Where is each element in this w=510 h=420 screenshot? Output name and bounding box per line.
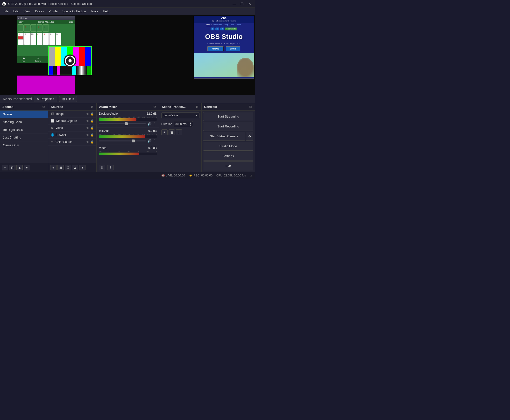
menu-scene-collection[interactable]: Scene Collection [60,8,88,14]
source-item-image[interactable]: 🖼 Image 👁 🔒 [48,111,96,118]
obs-web-link-help[interactable]: Help [230,24,234,26]
mic-aux-fader[interactable] [99,141,146,142]
settings-button[interactable]: Settings [203,152,253,160]
sol-btn-new[interactable]: ✚ New [22,57,25,62]
source-item-window-capture[interactable]: ⬜ Window Capture 👁 🔒 [48,118,96,125]
start-streaming-button[interactable]: Start Streaming [203,112,253,121]
menu-docks[interactable]: Docks [33,8,46,14]
sources-settings-button[interactable]: ⚙ [65,165,71,170]
duration-down-button[interactable]: ▼ [189,124,191,126]
start-virtual-camera-button[interactable]: Start Virtual Camera [203,132,245,141]
download-linux-button[interactable]: Linux [226,46,240,52]
source-label-color: Color Source [55,140,72,144]
close-button[interactable]: ✕ [246,1,253,7]
minimize-button[interactable]: — [231,1,238,7]
source-item-window-left: ⬜ Window Capture [51,119,77,123]
sources-expand-button[interactable]: ⧉ [90,105,94,109]
menu-profile[interactable]: Profile [46,8,60,14]
sources-move-up-button[interactable]: ▲ [72,165,78,170]
lock-icon-window[interactable]: 🔒 [90,119,94,123]
sol-btn-options[interactable]: ⚙ Options [35,57,41,62]
sources-add-button[interactable]: + [50,165,56,170]
sources-move-down-button[interactable]: ▼ [79,165,85,170]
controls-expand-button[interactable]: ⧉ [249,105,252,109]
audio-settings-button[interactable]: ⚙ [99,165,105,170]
exit-button[interactable]: Exit [203,161,253,170]
properties-button[interactable]: ⚙ Properties [34,96,57,102]
virtual-camera-settings-button[interactable]: ⚙ [246,132,253,141]
obs-web-link-download[interactable]: Download [213,24,222,26]
lock-icon-image[interactable]: 🔒 [90,112,94,116]
audio-mixer-expand-button[interactable]: ⧉ [153,105,157,109]
scene-item-starting-soon[interactable]: Starting Soon [0,118,48,126]
eye-icon-window[interactable]: 👁 [86,119,89,123]
duration-up-button[interactable]: ▲ [189,122,191,124]
source-bar: No source selected ⚙ Properties ▦ Filter… [0,95,255,103]
card-slot-1 [18,24,24,32]
lock-icon-video[interactable]: 🔒 [90,126,94,130]
scene-item-be-right-back[interactable]: Be Right Back [0,126,48,134]
desktop-audio-mute-button[interactable]: 🔊 [147,122,152,126]
desktop-audio-fader[interactable] [99,123,146,124]
gear-icon: ⚙ [37,97,40,101]
download-mac-button[interactable]: macOS [207,46,224,52]
resize-handle[interactable]: ⊿ [250,174,252,177]
lock-icon-color[interactable]: 🔒 [90,140,94,144]
duration-input[interactable]: 3000 ms ▲ ▼ [174,121,193,127]
studio-mode-button[interactable]: Studio Mode [203,142,253,151]
scenes-move-down-button[interactable]: ▼ [24,165,30,170]
transition-select[interactable]: Luma Wipe ∨ [161,112,199,118]
obs-web-link-blog[interactable]: Blog [224,24,228,26]
menu-help[interactable]: Help [100,8,112,14]
social-windows-btn[interactable]: ⊞ [211,28,214,30]
menu-file[interactable]: File [1,8,11,14]
obs-web-social: ⊞ 𝕏 ⊙ ♥ Contribute [194,27,254,31]
eye-icon-image[interactable]: 👁 [86,112,89,116]
mic-aux-menu-button[interactable]: ⋮ [153,139,157,143]
transitions-add-button[interactable]: + [161,129,167,135]
eye-icon-video[interactable]: 👁 [86,126,89,130]
video-audio-meter [99,153,157,155]
eye-icon-browser[interactable]: 👁 [86,133,89,137]
menu-tools[interactable]: Tools [88,8,100,14]
obs-website-preview: OBS Open Broadcaster Software Home Downl… [194,16,254,79]
filters-button[interactable]: ▦ Filters [59,96,77,102]
card-col-7: 6♠ [55,33,61,45]
eye-icon-color[interactable]: 👁 [86,140,89,144]
social-twitter-btn[interactable]: 𝕏 [215,28,219,30]
mic-aux-fader-knob[interactable] [132,140,135,142]
social-github-btn[interactable]: ⊙ [220,28,224,30]
desktop-audio-fader-knob[interactable] [125,122,128,125]
audio-menu-button[interactable]: ⋮ [107,165,114,170]
mic-aux-fader-row: 🔊 ⋮ [99,139,157,143]
scenes-add-button[interactable]: + [2,165,8,170]
start-recording-button[interactable]: Start Recording [203,122,253,131]
transitions-remove-button[interactable]: 🗑 [168,129,175,135]
desktop-audio-meter [99,118,157,121]
menu-view[interactable]: View [21,8,33,14]
scene-item-just-chatting[interactable]: Just Chatting [0,134,48,142]
desktop-audio-menu-button[interactable]: ⋮ [153,121,157,126]
scenes-remove-button[interactable]: 🗑 [9,165,15,170]
obs-web-link-home[interactable]: Home [206,24,212,26]
rec-status: ⚡ REC: 00:00:00 [189,174,213,177]
scenes-move-up-button[interactable]: ▲ [16,165,23,170]
source-item-video[interactable]: ▶ Video 👁 🔒 [48,125,96,132]
source-item-browser[interactable]: 🌐 Browser 👁 🔒 [48,132,96,139]
menu-edit[interactable]: Edit [11,8,21,14]
maximize-button[interactable]: ☐ [239,1,245,7]
desktop-audio-db: -12.0 dB [146,112,157,115]
source-item-color[interactable]: ✏ Color Source 👁 🔒 [48,139,96,146]
transitions-menu-button[interactable]: ⋮ [176,129,182,135]
obs-web-link-forum[interactable]: Forum [236,24,241,26]
transitions-expand-button[interactable]: ⧉ [195,105,199,109]
obs-web-buttons: macOS Linux [194,45,254,53]
video-audio-db: 0.0 dB [148,146,157,150]
scene-item-scene[interactable]: Scene [0,111,48,118]
scene-item-game-only[interactable]: Game Only [0,142,48,149]
contribute-btn[interactable]: ♥ Contribute [225,28,237,30]
lock-icon-browser[interactable]: 🔒 [90,133,94,137]
scenes-expand-button[interactable]: ⧉ [42,105,46,109]
mic-aux-mute-button[interactable]: 🔊 [147,139,152,143]
sources-remove-button[interactable]: 🗑 [57,165,64,170]
